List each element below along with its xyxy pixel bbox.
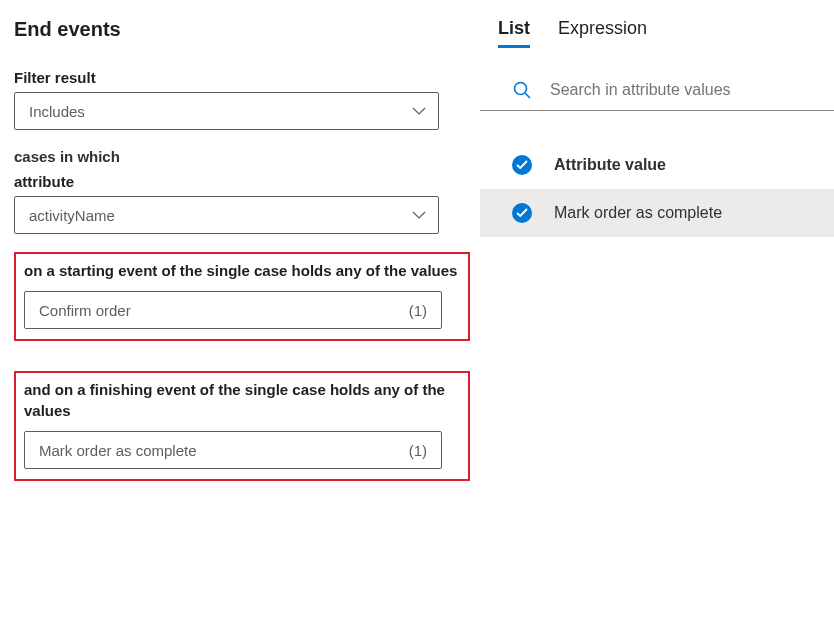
starting-event-label: on a starting event of the single case h… [24,260,460,281]
attribute-group: attribute activityName [14,173,470,234]
finishing-event-label: and on a finishing event of the single c… [24,379,460,421]
tab-list[interactable]: List [498,18,530,48]
attribute-value-item[interactable]: Mark order as complete [480,189,834,237]
chevron-down-icon [412,107,426,115]
attribute-value-header[interactable]: Attribute value [480,141,834,189]
chevron-down-icon [412,211,426,219]
attribute-label: attribute [14,173,470,190]
attribute-dropdown[interactable]: activityName [14,196,439,234]
svg-line-1 [525,93,530,98]
attribute-value: activityName [29,207,115,224]
filter-result-group: Filter result Includes [14,69,470,130]
page-title: End events [14,18,470,41]
finishing-event-value: Mark order as complete [39,442,197,459]
svg-point-0 [515,83,527,95]
right-panel: List Expression Attribute value Mark ord… [480,0,834,620]
attribute-value-header-text: Attribute value [554,156,666,174]
starting-event-box: on a starting event of the single case h… [14,252,470,341]
finishing-event-box: and on a finishing event of the single c… [14,371,470,481]
starting-event-value: Confirm order [39,302,131,319]
tab-expression[interactable]: Expression [558,18,647,48]
starting-event-count: (1) [409,302,427,319]
finishing-event-count: (1) [409,442,427,459]
filter-result-value: Includes [29,103,85,120]
check-circle-icon[interactable] [512,203,532,223]
filter-result-label: Filter result [14,69,470,86]
starting-event-value-box[interactable]: Confirm order (1) [24,291,442,329]
filter-result-dropdown[interactable]: Includes [14,92,439,130]
cases-in-which-text: cases in which [14,148,470,165]
search-row [480,74,834,111]
check-circle-icon[interactable] [512,155,532,175]
finishing-event-value-box[interactable]: Mark order as complete (1) [24,431,442,469]
tabs: List Expression [480,18,834,48]
search-input[interactable] [550,81,816,99]
attribute-value-item-text: Mark order as complete [554,204,722,222]
left-panel: End events Filter result Includes cases … [0,0,480,620]
search-icon [512,80,532,100]
